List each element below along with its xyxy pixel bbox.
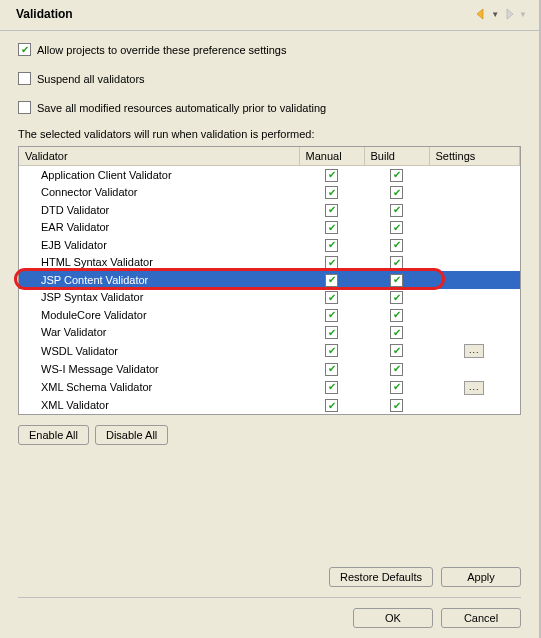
nav-arrows: ▼ ▼ bbox=[473, 6, 527, 22]
build-cell[interactable] bbox=[364, 254, 429, 272]
table-row[interactable]: XML Schema Validator... bbox=[19, 378, 520, 397]
build-cell[interactable] bbox=[364, 306, 429, 324]
table-row[interactable]: War Validator bbox=[19, 324, 520, 342]
build-cell[interactable] bbox=[364, 341, 429, 360]
manual-cell[interactable] bbox=[299, 236, 364, 254]
checkbox-icon[interactable] bbox=[390, 239, 403, 252]
checkbox-icon[interactable] bbox=[325, 291, 338, 304]
manual-cell[interactable] bbox=[299, 219, 364, 237]
checkbox-icon[interactable] bbox=[390, 256, 403, 269]
table-row[interactable]: XML Validator bbox=[19, 397, 520, 415]
checkbox-icon[interactable] bbox=[18, 43, 31, 56]
table-row[interactable]: JSP Content Validator bbox=[19, 271, 520, 289]
checkbox-icon[interactable] bbox=[18, 101, 31, 114]
cancel-button[interactable]: Cancel bbox=[441, 608, 521, 628]
table-row[interactable]: JSP Syntax Validator bbox=[19, 289, 520, 307]
build-cell[interactable] bbox=[364, 378, 429, 397]
validator-name: EJB Validator bbox=[19, 236, 299, 254]
allow-override-option[interactable]: Allow projects to override these prefere… bbox=[18, 43, 521, 56]
checkbox-icon[interactable] bbox=[390, 326, 403, 339]
checkbox-icon[interactable] bbox=[390, 204, 403, 217]
checkbox-icon[interactable] bbox=[325, 381, 338, 394]
back-icon[interactable] bbox=[473, 6, 489, 22]
checkbox-icon[interactable] bbox=[390, 363, 403, 376]
settings-cell[interactable]: ... bbox=[429, 341, 520, 360]
build-cell[interactable] bbox=[364, 324, 429, 342]
col-validator[interactable]: Validator bbox=[19, 147, 299, 166]
forward-dropdown-icon[interactable]: ▼ bbox=[519, 10, 527, 19]
checkbox-icon[interactable] bbox=[390, 291, 403, 304]
apply-button[interactable]: Apply bbox=[441, 567, 521, 587]
checkbox-icon[interactable] bbox=[390, 221, 403, 234]
checkbox-icon[interactable] bbox=[390, 399, 403, 412]
checkbox-icon[interactable] bbox=[390, 381, 403, 394]
suspend-all-option[interactable]: Suspend all validators bbox=[18, 72, 521, 85]
table-row[interactable]: ModuleCore Validator bbox=[19, 306, 520, 324]
checkbox-icon[interactable] bbox=[390, 309, 403, 322]
manual-cell[interactable] bbox=[299, 271, 364, 289]
checkbox-icon[interactable] bbox=[325, 399, 338, 412]
manual-cell[interactable] bbox=[299, 360, 364, 378]
table-row[interactable]: WSDL Validator... bbox=[19, 341, 520, 360]
checkbox-icon[interactable] bbox=[325, 221, 338, 234]
checkbox-icon[interactable] bbox=[325, 239, 338, 252]
checkbox-icon[interactable] bbox=[325, 344, 338, 357]
restore-defaults-button[interactable]: Restore Defaults bbox=[329, 567, 433, 587]
checkbox-icon[interactable] bbox=[390, 274, 403, 287]
table-row[interactable]: HTML Syntax Validator bbox=[19, 254, 520, 272]
manual-cell[interactable] bbox=[299, 397, 364, 415]
build-cell[interactable] bbox=[364, 289, 429, 307]
forward-icon[interactable] bbox=[501, 6, 517, 22]
col-settings[interactable]: Settings bbox=[429, 147, 520, 166]
table-row[interactable]: Connector Validator bbox=[19, 184, 520, 202]
manual-cell[interactable] bbox=[299, 201, 364, 219]
checkbox-icon[interactable] bbox=[390, 169, 403, 182]
checkbox-icon[interactable] bbox=[18, 72, 31, 85]
table-row[interactable]: Application Client Validator bbox=[19, 166, 520, 184]
checkbox-icon[interactable] bbox=[390, 186, 403, 199]
ok-button[interactable]: OK bbox=[353, 608, 433, 628]
build-cell[interactable] bbox=[364, 397, 429, 415]
checkbox-icon[interactable] bbox=[325, 363, 338, 376]
col-manual[interactable]: Manual bbox=[299, 147, 364, 166]
settings-cell bbox=[429, 289, 520, 307]
back-dropdown-icon[interactable]: ▼ bbox=[491, 10, 499, 19]
settings-cell bbox=[429, 201, 520, 219]
table-row[interactable]: DTD Validator bbox=[19, 201, 520, 219]
build-cell[interactable] bbox=[364, 184, 429, 202]
disable-all-button[interactable]: Disable All bbox=[95, 425, 168, 445]
table-row[interactable]: WS-I Message Validator bbox=[19, 360, 520, 378]
manual-cell[interactable] bbox=[299, 306, 364, 324]
checkbox-icon[interactable] bbox=[325, 326, 338, 339]
manual-cell[interactable] bbox=[299, 289, 364, 307]
checkbox-icon[interactable] bbox=[390, 344, 403, 357]
build-cell[interactable] bbox=[364, 360, 429, 378]
settings-button[interactable]: ... bbox=[464, 344, 484, 358]
checkbox-icon[interactable] bbox=[325, 309, 338, 322]
col-build[interactable]: Build bbox=[364, 147, 429, 166]
validator-name: War Validator bbox=[19, 324, 299, 342]
manual-cell[interactable] bbox=[299, 341, 364, 360]
manual-cell[interactable] bbox=[299, 166, 364, 184]
table-row[interactable]: EJB Validator bbox=[19, 236, 520, 254]
settings-cell[interactable]: ... bbox=[429, 378, 520, 397]
manual-cell[interactable] bbox=[299, 184, 364, 202]
manual-cell[interactable] bbox=[299, 378, 364, 397]
settings-button[interactable]: ... bbox=[464, 381, 484, 395]
checkbox-icon[interactable] bbox=[325, 204, 338, 217]
checkbox-icon[interactable] bbox=[325, 256, 338, 269]
checkbox-icon[interactable] bbox=[325, 169, 338, 182]
checkbox-icon[interactable] bbox=[325, 274, 338, 287]
build-cell[interactable] bbox=[364, 219, 429, 237]
build-cell[interactable] bbox=[364, 271, 429, 289]
save-modified-label: Save all modified resources automaticall… bbox=[37, 102, 326, 114]
build-cell[interactable] bbox=[364, 201, 429, 219]
checkbox-icon[interactable] bbox=[325, 186, 338, 199]
save-modified-option[interactable]: Save all modified resources automaticall… bbox=[18, 101, 521, 114]
build-cell[interactable] bbox=[364, 166, 429, 184]
manual-cell[interactable] bbox=[299, 254, 364, 272]
enable-all-button[interactable]: Enable All bbox=[18, 425, 89, 445]
manual-cell[interactable] bbox=[299, 324, 364, 342]
build-cell[interactable] bbox=[364, 236, 429, 254]
table-row[interactable]: EAR Validator bbox=[19, 219, 520, 237]
